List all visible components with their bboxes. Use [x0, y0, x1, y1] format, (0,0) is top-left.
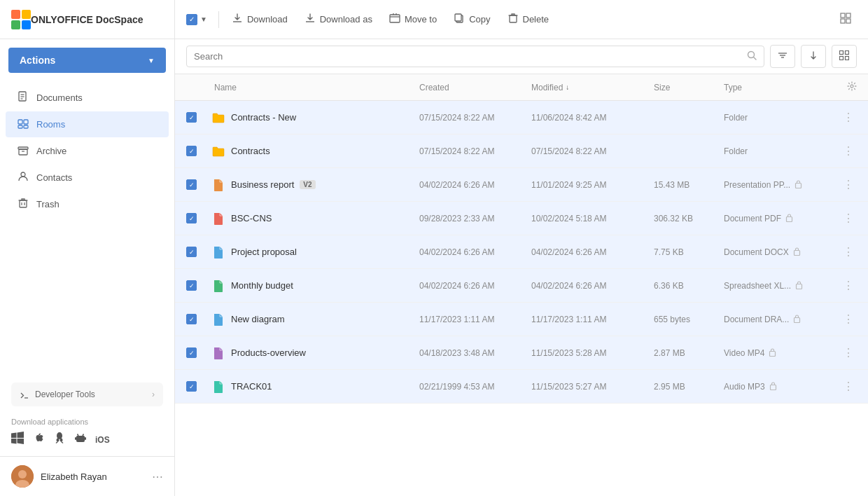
svg-rect-40 [455, 14, 461, 21]
row-checkbox[interactable]: ✓ [186, 280, 197, 291]
th-size[interactable]: Size [654, 83, 724, 92]
row-checkbox[interactable]: ✓ [186, 347, 197, 358]
table-row[interactable]: ✓ Business report V2 04/02/2024 6:26 AM … [175, 168, 868, 202]
row-actions: ⋮ [836, 276, 857, 295]
row-checkbox[interactable]: ✓ [186, 381, 197, 392]
sidebar-item-contacts[interactable]: Contacts [6, 165, 169, 191]
lock-icon [785, 213, 793, 224]
download-as-button[interactable]: Download as [298, 8, 379, 30]
table-row[interactable]: ✓ Monthly budget 04/02/2024 6:26 AM 04/0… [175, 269, 868, 303]
row-checkbox[interactable]: ✓ [186, 314, 197, 324]
move-to-button[interactable]: Move to [382, 8, 444, 30]
download-button[interactable]: Download [225, 8, 295, 30]
row-more-button[interactable]: ⋮ [840, 209, 857, 228]
row-more-button[interactable]: ⋮ [840, 175, 857, 194]
table-row[interactable]: ✓ Contracts 07/15/2024 8:22 AM 07/15/202… [175, 135, 868, 168]
svg-rect-41 [510, 15, 517, 22]
th-type[interactable]: Type [724, 83, 836, 92]
actions-button[interactable]: Actions ▼ [8, 48, 166, 73]
row-more-button[interactable]: ⋮ [840, 343, 857, 362]
developer-tools-label: Developer Tools [35, 390, 95, 399]
file-name: TRACK01 [231, 381, 272, 392]
sidebar-item-rooms[interactable]: Rooms [6, 111, 169, 137]
toolbar: ✓ ▼ Download Download as Move to [175, 0, 868, 39]
download-apps-section: Download applications iOS [0, 412, 174, 456]
row-checkbox[interactable]: ✓ [186, 213, 197, 223]
lock-icon [793, 314, 801, 325]
download-as-label: Download as [320, 14, 372, 25]
svg-point-22 [57, 439, 59, 442]
row-type: Folder [724, 146, 836, 156]
table-settings-icon[interactable] [847, 81, 857, 93]
file-type-icon [211, 279, 225, 293]
windows-icon[interactable] [11, 432, 24, 448]
row-name: Monthly budget [211, 279, 419, 293]
row-more-button[interactable]: ⋮ [840, 276, 857, 295]
th-name[interactable]: Name [211, 83, 419, 92]
row-checkbox[interactable]: ✓ [186, 146, 197, 156]
row-more-button[interactable]: ⋮ [840, 242, 857, 261]
row-name: Contracts [211, 144, 419, 158]
sidebar-item-trash[interactable]: Trash [6, 191, 169, 217]
table-row[interactable]: ✓ Contracts - New 07/15/2024 8:22 AM 11/… [175, 101, 868, 135]
row-name: Business report V2 [211, 178, 419, 192]
sort-button[interactable] [801, 45, 826, 68]
android-icon[interactable] [74, 432, 87, 448]
th-modified[interactable]: Modified ↓ [531, 83, 654, 92]
lock-icon [793, 247, 801, 258]
table-row[interactable]: ✓ Project proposal 04/02/2024 6:26 AM 04… [175, 235, 868, 269]
grid-view-button[interactable] [832, 45, 857, 68]
download-icon [232, 13, 243, 26]
row-checkbox[interactable]: ✓ [186, 247, 197, 257]
select-dropdown-button[interactable]: ▼ [200, 15, 207, 23]
filter-button[interactable] [770, 45, 795, 68]
row-size: 306.32 KB [654, 214, 724, 223]
sidebar-item-archive[interactable]: Archive [6, 138, 169, 164]
row-type: Document DOCX [724, 247, 836, 258]
sort-arrow-icon: ↓ [566, 83, 569, 91]
row-more-button[interactable]: ⋮ [840, 108, 857, 127]
svg-rect-53 [846, 51, 849, 55]
search-icon[interactable] [747, 50, 757, 62]
developer-tools-arrow-icon: › [152, 390, 155, 399]
row-actions: ⋮ [836, 310, 857, 329]
macos-icon[interactable] [32, 432, 45, 448]
user-menu-button[interactable]: ⋯ [152, 470, 163, 483]
file-table: Name Created Modified ↓ Size Type ✓ [175, 74, 868, 496]
row-more-button[interactable]: ⋮ [840, 142, 857, 160]
developer-tools-left: Developer Tools [20, 390, 95, 399]
svg-rect-11 [24, 125, 28, 128]
table-row[interactable]: ✓ Products-overview 04/18/2023 3:48 AM 1… [175, 336, 868, 370]
row-type: Audio MP3 [724, 381, 836, 392]
actions-label: Actions [20, 55, 55, 66]
linux-icon[interactable] [53, 432, 66, 448]
table-row[interactable]: ✓ TRACK01 02/21/1999 4:53 AM 11/15/2023 … [175, 370, 868, 404]
search-input[interactable] [194, 51, 747, 62]
row-more-button[interactable]: ⋮ [840, 377, 857, 396]
select-all-checkbox[interactable]: ✓ [186, 14, 197, 25]
logo-area: ONLYOFFICE DocSpace [0, 0, 174, 39]
th-created[interactable]: Created [419, 83, 531, 92]
row-more-button[interactable]: ⋮ [840, 310, 857, 329]
lock-icon [795, 280, 803, 291]
row-modified: 11/15/2023 5:27 AM [531, 382, 654, 392]
ios-icon[interactable]: iOS [95, 435, 110, 445]
copy-button[interactable]: Copy [447, 8, 497, 30]
logo-icon [11, 10, 31, 29]
row-type: Presentation PP... [724, 179, 836, 191]
row-checkbox[interactable]: ✓ [186, 112, 197, 123]
developer-tools-section[interactable]: Developer Tools › [11, 383, 163, 406]
app-icons-row: iOS [11, 432, 163, 448]
view-toggle-button[interactable] [834, 8, 857, 31]
svg-rect-9 [24, 120, 28, 124]
table-row[interactable]: ✓ New diagram 11/17/2023 1:11 AM 11/17/2… [175, 303, 868, 336]
file-name: Business report [231, 179, 294, 190]
row-checkbox[interactable]: ✓ [186, 179, 197, 190]
app-title: ONLYOFFICE DocSpace [31, 14, 144, 25]
download-as-icon [304, 13, 316, 26]
row-modified: 11/01/2024 9:25 AM [531, 180, 654, 190]
svg-rect-62 [770, 351, 776, 356]
sidebar-item-documents[interactable]: Documents [6, 85, 169, 111]
delete-button[interactable]: Delete [500, 8, 556, 30]
table-row[interactable]: ✓ BSC-CNS 09/28/2023 2:33 AM 10/02/2024 … [175, 202, 868, 235]
